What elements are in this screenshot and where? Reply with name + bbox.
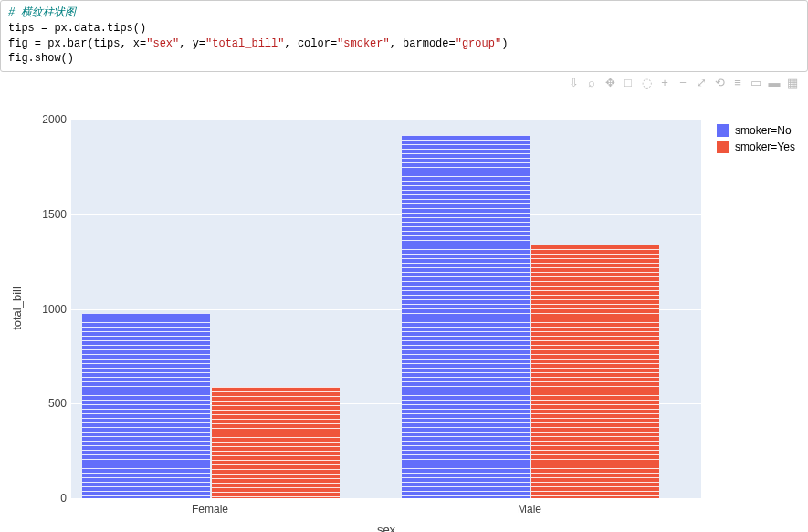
bar-female-no[interactable] bbox=[82, 313, 210, 498]
plotly-toolbar: ⇩ ⌕ ✥ □ ◌ + − ⤢ ⟲ ≡ ▭ ▬ ▦ bbox=[0, 72, 808, 92]
code-str-1: "sex" bbox=[146, 37, 179, 50]
reset-icon[interactable]: ⟲ bbox=[713, 76, 726, 89]
code-comment: # 横纹柱状图 bbox=[8, 6, 76, 19]
gridline bbox=[71, 120, 701, 120]
y-tick-500: 500 bbox=[48, 397, 67, 410]
y-tick-1000: 1000 bbox=[42, 303, 67, 316]
legend-item-yes[interactable]: smoker=Yes bbox=[717, 141, 795, 153]
gridline bbox=[71, 498, 701, 499]
legend-item-no[interactable]: smoker=No bbox=[717, 124, 795, 137]
chart: 0 500 1000 1500 2000 Female Male sex tot… bbox=[0, 92, 808, 532]
code-str-4: "group" bbox=[456, 37, 501, 50]
pan-icon[interactable]: ✥ bbox=[603, 76, 616, 89]
code-cell: # 横纹柱状图 tips = px.data.tips() fig = px.b… bbox=[0, 0, 808, 72]
x-tick-male: Male bbox=[518, 503, 541, 516]
y-tick-2000: 2000 bbox=[42, 113, 67, 126]
legend-swatch-yes bbox=[717, 141, 729, 153]
stripe-texture bbox=[402, 135, 530, 498]
download-icon[interactable]: ⇩ bbox=[567, 76, 580, 89]
code-line-3a: fig = px.bar(tips, x= bbox=[8, 37, 146, 50]
code-line-3c: , color= bbox=[284, 37, 337, 50]
bar-male-no[interactable] bbox=[402, 135, 530, 498]
code-line-3d: , barmode= bbox=[390, 37, 456, 50]
y-tick-1500: 1500 bbox=[42, 208, 67, 221]
lasso-icon[interactable]: ◌ bbox=[640, 76, 653, 89]
legend: smoker=No smoker=Yes bbox=[717, 124, 795, 157]
autoscale-icon[interactable]: ⤢ bbox=[695, 76, 708, 89]
bar-male-yes[interactable] bbox=[531, 245, 659, 498]
bar-female-yes[interactable] bbox=[212, 387, 340, 498]
legend-label-yes: smoker=Yes bbox=[735, 141, 795, 153]
zoom-icon[interactable]: ⌕ bbox=[585, 76, 598, 89]
code-str-3: "smoker" bbox=[337, 37, 390, 50]
code-line-3e: ) bbox=[501, 37, 508, 50]
stripe-texture bbox=[531, 245, 659, 498]
stripe-texture bbox=[212, 387, 340, 498]
x-axis-label: sex bbox=[71, 523, 701, 532]
legend-swatch-no bbox=[717, 124, 729, 137]
stripe-texture bbox=[82, 313, 210, 498]
code-str-2: "total_bill" bbox=[205, 37, 284, 50]
gridline bbox=[71, 214, 701, 215]
x-tick-female: Female bbox=[192, 503, 228, 516]
legend-label-no: smoker=No bbox=[735, 124, 792, 137]
code-line-4: fig.show() bbox=[8, 52, 74, 65]
code-line-3b: , y= bbox=[179, 37, 205, 50]
hovermode-icon[interactable]: ▭ bbox=[750, 76, 762, 89]
plotly-logo-icon[interactable]: ▦ bbox=[786, 76, 799, 89]
zoomin-icon[interactable]: + bbox=[658, 76, 671, 89]
spikeline-icon[interactable]: ≡ bbox=[731, 76, 744, 89]
code-line-2: tips = px.data.tips() bbox=[8, 22, 146, 35]
zoomout-icon[interactable]: − bbox=[677, 76, 689, 89]
y-tick-0: 0 bbox=[60, 492, 67, 505]
hovercompare-icon[interactable]: ▬ bbox=[768, 76, 781, 89]
boxselect-icon[interactable]: □ bbox=[622, 76, 635, 89]
y-axis-label: total_bill bbox=[10, 287, 24, 330]
